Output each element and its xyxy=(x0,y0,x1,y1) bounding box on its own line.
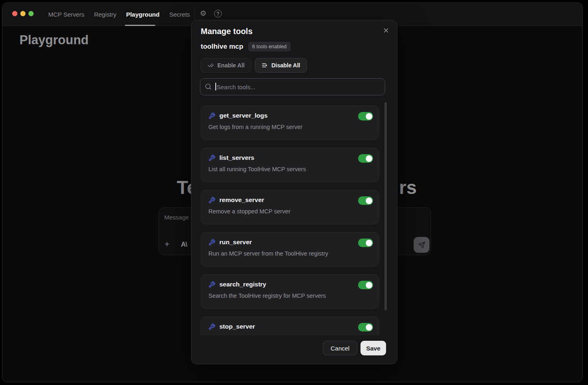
close-icon[interactable] xyxy=(382,26,391,35)
enable-all-label: Enable All xyxy=(217,62,245,69)
wrench-icon xyxy=(208,155,215,161)
tool-description: Search the ToolHive registry for MCP ser… xyxy=(208,293,371,299)
tab-secrets[interactable]: Secrets xyxy=(169,11,190,18)
wrench-icon xyxy=(208,197,215,204)
tool-card: search_registry Search the ToolHive regi… xyxy=(201,274,379,309)
page-title: Playground xyxy=(19,33,89,47)
tool-name: search_registry xyxy=(219,281,266,288)
help-icon[interactable]: ? xyxy=(214,10,222,17)
tool-card: run_server Run an MCP server from the To… xyxy=(201,232,379,267)
wrench-icon xyxy=(208,323,215,330)
attach-plus-icon[interactable]: + xyxy=(165,240,170,248)
tools-list[interactable]: get_server_logs Get logs from a running … xyxy=(201,105,379,336)
tool-description: List all running ToolHive MCP servers xyxy=(208,166,371,172)
tool-name: run_server xyxy=(219,239,252,246)
tool-name: stop_server xyxy=(219,323,255,330)
tool-toggle[interactable] xyxy=(358,239,373,247)
tool-toggle[interactable] xyxy=(358,196,373,205)
wrench-icon xyxy=(208,112,215,119)
disable-all-button[interactable]: Disable All xyxy=(255,58,307,73)
window-maximize-button[interactable] xyxy=(28,11,34,16)
tool-head: search_registry xyxy=(208,281,371,288)
tool-toggle[interactable] xyxy=(358,323,373,331)
tool-toggle[interactable] xyxy=(358,112,373,120)
tool-description: Get logs from a running MCP server xyxy=(208,124,371,130)
search-icon xyxy=(205,83,212,90)
tab-registry[interactable]: Registry xyxy=(94,11,116,18)
wrench-icon xyxy=(208,281,215,288)
tool-name: get_server_logs xyxy=(219,112,268,119)
tab-mcp-servers[interactable]: MCP Servers xyxy=(48,11,84,18)
tool-name: list_servers xyxy=(219,154,254,161)
paper-plane-icon xyxy=(418,241,425,249)
search-wrap xyxy=(200,78,385,95)
tool-card: remove_server Remove a stopped MCP serve… xyxy=(201,190,379,224)
manage-tools-modal: Manage tools toolhive mcp 6 tools enable… xyxy=(191,20,397,364)
wrench-icon xyxy=(208,239,215,246)
tab-playground[interactable]: Playground xyxy=(126,11,160,18)
active-tab-underline xyxy=(125,25,155,26)
tool-card: stop_server xyxy=(201,316,379,336)
tool-card: list_servers List all running ToolHive M… xyxy=(201,148,379,182)
tool-head: list_servers xyxy=(208,154,371,161)
tool-head: run_server xyxy=(208,239,371,246)
text-cursor xyxy=(215,83,216,90)
tool-toggle[interactable] xyxy=(358,154,373,163)
bulk-actions: Enable All Disable All xyxy=(201,58,307,73)
server-row: toolhive mcp 6 tools enabled xyxy=(201,42,291,52)
message-input-placeholder: Message C xyxy=(164,214,195,221)
double-check-icon xyxy=(208,62,214,69)
toggle-knob xyxy=(366,324,372,331)
server-name: toolhive mcp xyxy=(201,43,243,51)
tool-description: Run an MCP server from the ToolHive regi… xyxy=(208,250,371,257)
app-window: MCP Servers Registry Playground Secrets … xyxy=(2,2,583,382)
cancel-button[interactable]: Cancel xyxy=(323,341,357,355)
tool-head: remove_server xyxy=(208,196,371,204)
toggle-knob xyxy=(366,282,372,288)
save-button[interactable]: Save xyxy=(361,341,386,355)
enable-all-button[interactable]: Enable All xyxy=(201,58,251,73)
modal-footer: Cancel Save xyxy=(191,341,397,355)
toggle-knob xyxy=(366,113,372,120)
tool-name: remove_server xyxy=(219,196,264,204)
tool-head: stop_server xyxy=(208,323,371,330)
tool-description: Remove a stopped MCP server xyxy=(208,208,371,215)
gear-icon[interactable]: ⚙ xyxy=(200,10,206,17)
tools-enabled-badge: 6 tools enabled xyxy=(248,42,291,52)
tool-toggle[interactable] xyxy=(358,281,373,289)
list-x-icon xyxy=(262,62,268,69)
toggle-knob xyxy=(366,240,372,246)
tool-card: get_server_logs Get logs from a running … xyxy=(201,105,379,140)
scrollbar-thumb[interactable] xyxy=(384,102,387,310)
anthropic-logo-icon[interactable]: A\ xyxy=(181,241,187,248)
main-nav: MCP Servers Registry Playground Secrets xyxy=(48,3,190,26)
window-close-button[interactable] xyxy=(12,11,17,16)
toggle-knob xyxy=(366,155,372,162)
window-minimize-button[interactable] xyxy=(20,11,26,16)
send-button[interactable] xyxy=(414,237,429,253)
tool-head: get_server_logs xyxy=(208,112,371,119)
modal-title: Manage tools xyxy=(201,27,253,36)
search-input[interactable] xyxy=(200,78,385,95)
toggle-knob xyxy=(366,198,372,204)
hero-text-fragment-right: rs xyxy=(399,176,416,198)
disable-all-label: Disable All xyxy=(271,62,300,69)
